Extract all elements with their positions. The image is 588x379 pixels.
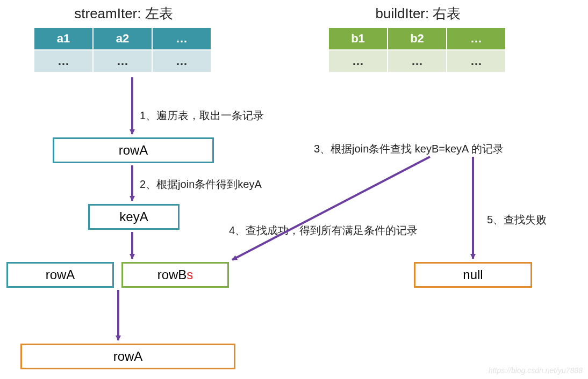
box-rowA-2: rowA bbox=[6, 262, 114, 288]
left-td-0: … bbox=[34, 50, 93, 72]
box-rowBs: rowBs bbox=[121, 262, 229, 288]
right-td-2: … bbox=[447, 50, 506, 72]
right-th-1: b2 bbox=[388, 27, 447, 50]
box-null: null bbox=[414, 262, 532, 288]
right-th-0: b1 bbox=[328, 27, 388, 50]
right-td-0: … bbox=[328, 50, 388, 72]
right-table-title: buildIter: 右表 bbox=[338, 4, 499, 23]
right-td-1: … bbox=[388, 50, 447, 72]
step-3-label: 3、根据join条件查找 keyB=keyA 的记录 bbox=[314, 142, 504, 156]
step-1-label: 1、遍历表，取出一条记录 bbox=[140, 108, 264, 123]
box-rowA-1: rowA bbox=[53, 137, 214, 163]
right-th-2: … bbox=[447, 27, 506, 50]
left-th-1: a2 bbox=[93, 27, 152, 50]
left-th-2: … bbox=[152, 27, 211, 50]
left-table-title: streamIter: 左表 bbox=[43, 4, 204, 23]
left-td-1: … bbox=[93, 50, 152, 72]
watermark: https://blog.csdn.net/yu7888 bbox=[489, 366, 583, 375]
arrow-4 bbox=[232, 157, 430, 260]
left-th-0: a1 bbox=[34, 27, 93, 50]
step-2-label: 2、根据join条件得到keyA bbox=[140, 177, 262, 192]
box-keyA: keyA bbox=[88, 204, 180, 230]
step-5-label: 5、查找失败 bbox=[487, 213, 547, 227]
step-4-label: 4、查找成功，得到所有满足条件的记录 bbox=[229, 223, 418, 238]
box-rowA-3: rowA bbox=[20, 344, 235, 369]
box-rowBs-suffix: s bbox=[187, 267, 193, 282]
right-table: b1 b2 … … … … bbox=[328, 27, 506, 73]
box-rowBs-prefix: rowB bbox=[157, 267, 187, 282]
left-td-2: … bbox=[152, 50, 211, 72]
left-table: a1 a2 … … … … bbox=[33, 27, 212, 73]
